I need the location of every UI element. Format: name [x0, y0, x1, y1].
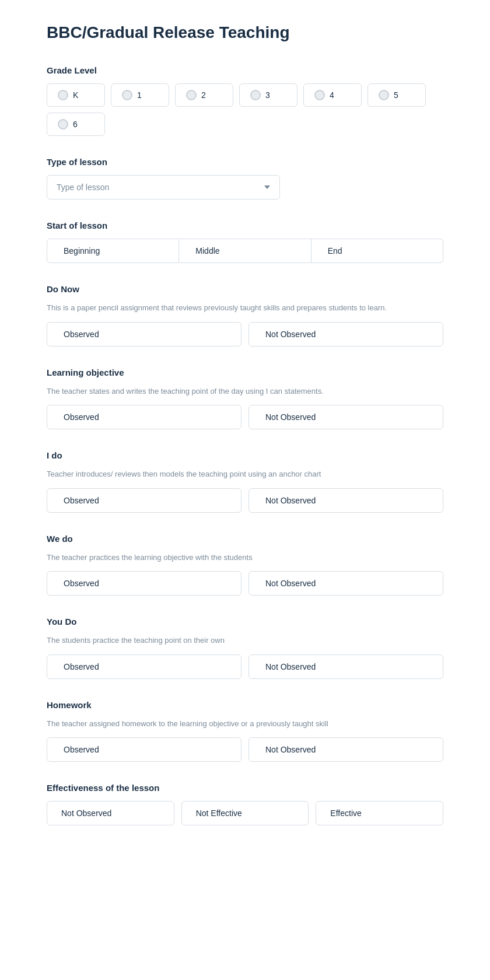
eff-option-label: Not Observed: [61, 808, 111, 818]
radio-circle: [379, 90, 389, 100]
grade-level-options: K123456: [47, 83, 443, 136]
we-do-options: ObservedNot Observed: [47, 571, 443, 596]
grade-option-label: 3: [265, 90, 270, 100]
obs-option-observed[interactable]: Observed: [47, 322, 242, 346]
grade-option-6[interactable]: 6: [47, 113, 105, 136]
do-now-desc: This is a paper pencil assignment that r…: [47, 302, 443, 314]
i-do-label: I do: [47, 450, 443, 460]
grade-option-label: 2: [201, 90, 206, 100]
grade-option-2[interactable]: 2: [175, 83, 233, 107]
start-of-lesson-label: Start of lesson: [47, 220, 443, 230]
grade-option-1[interactable]: 1: [111, 83, 169, 107]
radio-circle: [186, 90, 197, 100]
obs-option-label: Not Observed: [265, 662, 316, 671]
type-of-lesson-label: Type of lesson: [47, 157, 443, 167]
obs-option-label: Not Observed: [265, 579, 316, 588]
grade-level-label: Grade Level: [47, 65, 443, 75]
obs-option-observed[interactable]: Observed: [47, 737, 242, 762]
obs-option-label: Observed: [64, 496, 99, 505]
obs-option-not-observed[interactable]: Not Observed: [249, 737, 443, 762]
do-now-label: Do Now: [47, 284, 443, 294]
radio-circle: [58, 119, 68, 130]
effectiveness-section: Effectiveness of the lesson Not Observed…: [47, 783, 443, 825]
we-do-desc: The teacher practices the learning objec…: [47, 552, 443, 564]
radio-circle: [58, 90, 68, 100]
obs-option-observed[interactable]: Observed: [47, 488, 242, 513]
we-do-section: We do The teacher practices the learning…: [47, 534, 443, 596]
obs-option-label: Observed: [64, 412, 99, 422]
we-do-label: We do: [47, 534, 443, 544]
learning-objective-options: ObservedNot Observed: [47, 405, 443, 429]
grade-option-4[interactable]: 4: [303, 83, 362, 107]
obs-option-label: Observed: [64, 330, 99, 339]
obs-option-observed[interactable]: Observed: [47, 571, 242, 596]
chevron-down-icon: [264, 186, 270, 189]
obs-option-not-observed[interactable]: Not Observed: [249, 571, 443, 596]
obs-option-not-observed[interactable]: Not Observed: [249, 405, 443, 429]
page-title: BBC/Gradual Release Teaching: [47, 23, 443, 42]
obs-option-label: Not Observed: [265, 745, 316, 754]
start-option-label: Middle: [195, 246, 219, 256]
grade-option-5[interactable]: 5: [368, 83, 426, 107]
obs-option-not-observed[interactable]: Not Observed: [249, 322, 443, 346]
obs-option-observed[interactable]: Observed: [47, 654, 242, 679]
eff-option-label: Not Effective: [196, 808, 242, 818]
type-of-lesson-dropdown[interactable]: Type of lesson: [47, 175, 280, 200]
you-do-options: ObservedNot Observed: [47, 654, 443, 679]
obs-option-observed[interactable]: Observed: [47, 405, 242, 429]
homework-label: Homework: [47, 700, 443, 710]
start-option-end[interactable]: End: [312, 239, 443, 263]
do-now-options: ObservedNot Observed: [47, 322, 443, 346]
homework-section: Homework The teacher assigned homework t…: [47, 700, 443, 762]
i-do-options: ObservedNot Observed: [47, 488, 443, 513]
grade-option-label: 4: [330, 90, 334, 100]
start-option-middle[interactable]: Middle: [179, 239, 311, 263]
obs-option-not-observed[interactable]: Not Observed: [249, 654, 443, 679]
do-now-section: Do Now This is a paper pencil assignment…: [47, 284, 443, 346]
learning-objective-desc: The teacher states and writes the teachi…: [47, 386, 443, 397]
obs-option-label: Not Observed: [265, 330, 316, 339]
learning-objective-label: Learning objective: [47, 368, 443, 377]
you-do-section: You Do The students practice the teachin…: [47, 617, 443, 679]
type-of-lesson-section: Type of lesson Type of lesson: [47, 157, 443, 200]
obs-option-label: Observed: [64, 662, 99, 671]
effectiveness-label: Effectiveness of the lesson: [47, 783, 443, 793]
radio-circle: [122, 90, 132, 100]
start-of-lesson-section: Start of lesson BeginningMiddleEnd: [47, 220, 443, 263]
start-option-label: Beginning: [64, 246, 100, 256]
you-do-label: You Do: [47, 617, 443, 626]
grade-option-label: 1: [137, 90, 142, 100]
start-option-beginning[interactable]: Beginning: [47, 239, 179, 263]
i-do-section: I do Teacher introduces/ reviews then mo…: [47, 450, 443, 513]
grade-option-label: 5: [394, 90, 398, 100]
obs-option-not-observed[interactable]: Not Observed: [249, 488, 443, 513]
type-of-lesson-placeholder: Type of lesson: [57, 183, 109, 192]
you-do-desc: The students practice the teaching point…: [47, 635, 443, 646]
radio-circle: [250, 90, 261, 100]
grade-option-K[interactable]: K: [47, 83, 105, 107]
obs-option-label: Observed: [64, 579, 99, 588]
grade-option-label: 6: [73, 120, 78, 129]
eff-option-not-observed[interactable]: Not Observed: [47, 801, 174, 825]
effectiveness-options: Not ObservedNot EffectiveEffective: [47, 801, 443, 825]
eff-option-effective[interactable]: Effective: [316, 801, 443, 825]
obs-option-label: Observed: [64, 745, 99, 754]
homework-options: ObservedNot Observed: [47, 737, 443, 762]
obs-option-label: Not Observed: [265, 412, 316, 422]
grade-level-section: Grade Level K123456: [47, 65, 443, 136]
eff-option-not-effective[interactable]: Not Effective: [181, 801, 309, 825]
start-of-lesson-options: BeginningMiddleEnd: [47, 239, 443, 263]
eff-option-label: Effective: [330, 808, 361, 818]
grade-option-label: K: [73, 90, 78, 100]
homework-desc: The teacher assigned homework to the lea…: [47, 718, 443, 730]
radio-circle: [314, 90, 325, 100]
start-option-label: End: [328, 246, 342, 256]
i-do-desc: Teacher introduces/ reviews then models …: [47, 468, 443, 480]
obs-option-label: Not Observed: [265, 496, 316, 505]
grade-option-3[interactable]: 3: [239, 83, 298, 107]
learning-objective-section: Learning objective The teacher states an…: [47, 368, 443, 430]
